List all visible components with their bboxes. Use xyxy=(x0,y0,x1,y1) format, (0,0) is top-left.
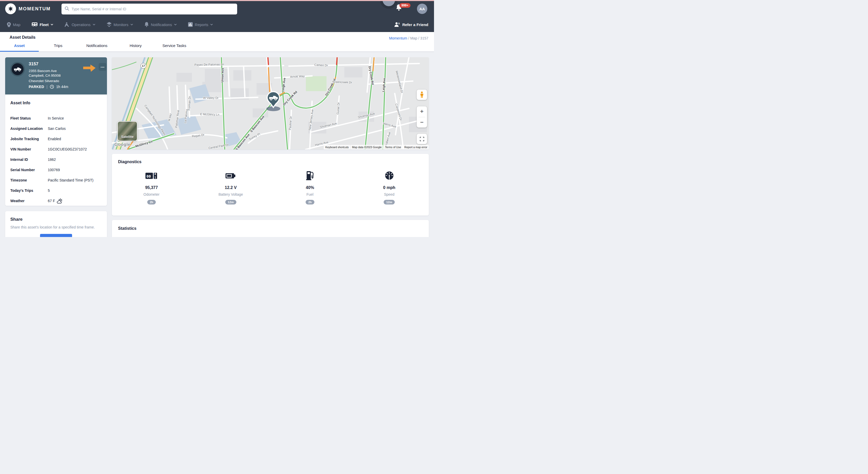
info-label: Serial Number xyxy=(10,168,48,172)
nav-item-operations[interactable]: Operations xyxy=(65,22,95,27)
info-row: VIN Number1GC0CUEG0GZ371072 xyxy=(10,144,102,155)
diag-odometer: 0001 95,377 Odometer 2h xyxy=(112,170,191,204)
status-badge: PARKED xyxy=(29,85,44,89)
info-value: Enabled xyxy=(48,137,61,141)
attribution-item[interactable]: Keyboard shortcuts xyxy=(324,145,350,149)
nav-item-notifications[interactable]: Notifications xyxy=(145,22,177,27)
street-label: Greencreek Dr xyxy=(333,80,352,84)
battery-icon xyxy=(225,170,236,182)
page-title: Asset Details xyxy=(9,35,36,40)
diag-value: 12.2 V xyxy=(225,185,237,190)
breadcrumb-item[interactable]: Momentum xyxy=(389,36,407,40)
info-row: TimezonePacific Standard Time (PST) xyxy=(10,175,102,185)
odometer-icon: 0001 xyxy=(145,170,158,182)
asset-model: Chevrolet Silverado xyxy=(29,79,59,83)
attribution-item: Map data ©2023 Google xyxy=(350,145,383,149)
cloud-sun-icon xyxy=(57,198,63,204)
street-label: E McGlincy Ln xyxy=(200,112,220,116)
truck-icon xyxy=(13,67,22,72)
svg-text:$: $ xyxy=(398,22,400,25)
user-avatar[interactable]: AA xyxy=(417,4,427,14)
nav-item-monitors[interactable]: Monitors xyxy=(107,22,133,27)
notification-count-badge: 999+ xyxy=(399,3,410,8)
svg-text:0: 0 xyxy=(154,173,156,175)
diagnostics-title: Diagnostics xyxy=(118,160,142,164)
status-duration: 1h 44m xyxy=(56,85,68,89)
nav-item-map[interactable]: Map xyxy=(7,22,21,27)
tab-trips[interactable]: Trips xyxy=(39,43,78,52)
google-logo: Google xyxy=(115,142,130,147)
street-label: W Valley Dr xyxy=(203,96,219,99)
svg-text:1: 1 xyxy=(154,176,156,179)
zoom-out-button[interactable]: − xyxy=(417,117,427,128)
info-value: 5 xyxy=(48,189,50,193)
search-input[interactable] xyxy=(71,7,234,11)
info-value: 100769 xyxy=(48,168,60,172)
diag-age-badge: 2h xyxy=(147,200,156,204)
refer-friend-icon: $ xyxy=(395,22,400,27)
info-value: In Service xyxy=(48,116,64,120)
fullscreen-button[interactable] xyxy=(417,134,427,144)
tab-service-tasks[interactable]: Service Tasks xyxy=(155,43,194,52)
diag-age-badge: 12m xyxy=(383,200,395,204)
info-row: Today's Trips5 xyxy=(10,185,102,196)
attribution-item[interactable]: Report a map error xyxy=(403,145,429,149)
info-label: Jobsite Tracking xyxy=(10,137,48,141)
share-button[interactable]: SHARE xyxy=(40,234,72,237)
zoom-in-button[interactable]: + xyxy=(417,106,427,117)
top-accent-bar xyxy=(0,0,434,1)
info-value: 67 F xyxy=(48,198,63,204)
info-row: Assigned LocationSan Carlos xyxy=(10,124,102,134)
speedometer-icon xyxy=(384,170,394,182)
zoom-control: + − xyxy=(417,106,427,128)
notifications-bell[interactable]: 999+ xyxy=(396,4,411,14)
diag-fuel: 40% Fuel 2h xyxy=(271,170,350,204)
highway-shield: 17 xyxy=(141,63,146,69)
share-card: Share Share this asset's location for a … xyxy=(5,211,107,237)
fuel-icon xyxy=(306,170,314,182)
info-row: Internal ID1862 xyxy=(10,155,102,165)
info-value: Pacific Standard Time (PST) xyxy=(48,178,94,182)
diag-value: 0 mph xyxy=(383,185,395,190)
refer-a-friend-button[interactable]: $ Refer a Friend xyxy=(395,17,428,32)
main-nav: Map Fleet Operations Monitors Notificati… xyxy=(0,17,434,32)
pegman-control[interactable] xyxy=(417,90,427,100)
global-search[interactable] xyxy=(61,4,237,14)
tab-history[interactable]: History xyxy=(116,43,155,52)
diag-label: Fuel xyxy=(306,192,313,197)
vehicle-marker[interactable] xyxy=(265,91,281,112)
nav-item-fleet[interactable]: Fleet xyxy=(32,23,53,27)
chevron-down-icon xyxy=(210,23,213,26)
tab-bar: AssetTripsNotificationsHistoryService Ta… xyxy=(0,43,194,52)
diag-speed: 0 mph Speed 12m xyxy=(349,170,429,204)
nav-item-reports[interactable]: Reports xyxy=(188,22,213,27)
direction-arrow-icon xyxy=(83,63,96,74)
svg-text:00: 00 xyxy=(147,174,151,178)
tab-notifications[interactable]: Notifications xyxy=(78,43,116,52)
subheader: Asset Details AssetTripsNotificationsHis… xyxy=(0,32,434,52)
map[interactable]: Paseo De Palomas LnCameo DrArnott WayUni… xyxy=(112,57,429,149)
tab-asset[interactable]: Asset xyxy=(0,43,39,52)
clock-icon xyxy=(50,85,54,89)
pegman-icon xyxy=(420,91,424,98)
diag-value: 40% xyxy=(306,185,314,190)
monitors-icon xyxy=(107,22,112,27)
diagnostics-card: Diagnostics 0001 95,377 Odometer 2h 12.2… xyxy=(112,154,429,215)
asset-menu-button[interactable]: ●●● xyxy=(99,63,106,71)
satellite-toggle[interactable]: Satellite xyxy=(117,121,137,141)
info-row: Fleet StatusIn Service xyxy=(10,113,102,124)
map-pin-icon xyxy=(7,22,11,27)
chevron-down-icon xyxy=(174,23,177,26)
fullscreen-icon xyxy=(420,137,424,141)
share-title: Share xyxy=(10,217,23,222)
map-attribution: Keyboard shortcutsMap data ©2023 GoogleT… xyxy=(323,145,429,149)
street-label: Union Ave xyxy=(221,68,224,82)
operations-icon xyxy=(65,22,69,27)
diag-age-badge: 12m xyxy=(225,200,237,204)
diag-battery: 12.2 V Battery Voltage 12m xyxy=(191,170,271,204)
diag-value: 95,377 xyxy=(145,185,158,190)
logo-icon xyxy=(5,3,16,14)
attribution-item[interactable]: Terms of Use xyxy=(383,145,402,149)
app-logo[interactable]: MOMENTUM xyxy=(5,3,51,14)
info-label: VIN Number xyxy=(10,147,48,151)
